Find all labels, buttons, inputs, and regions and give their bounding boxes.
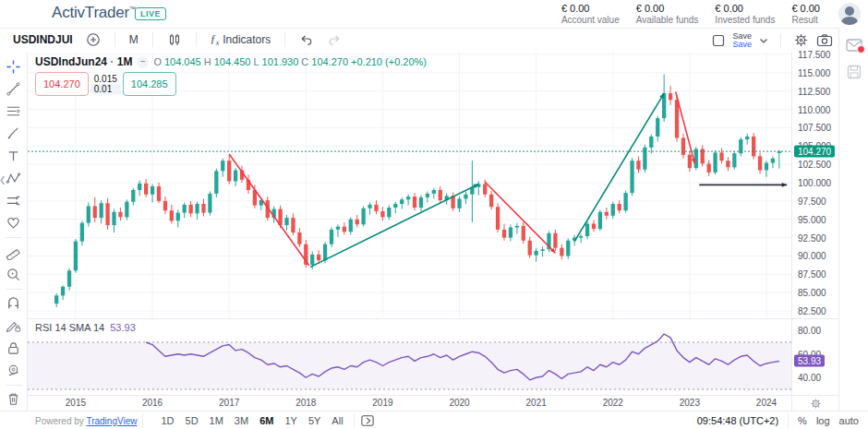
remove-drawings-button[interactable] bbox=[3, 388, 25, 411]
chart-toolbar: USDINDJUI M ƒx Indicators bbox=[0, 28, 838, 53]
redo-button[interactable] bbox=[323, 31, 345, 48]
range-button-1m[interactable]: 1M bbox=[205, 414, 228, 427]
range-button-1y[interactable]: 1Y bbox=[280, 414, 301, 427]
percent-scale-button[interactable]: % bbox=[798, 415, 807, 426]
current-price-tag: 104.270 bbox=[794, 146, 835, 158]
main-chart-pane[interactable]: USDIndJun24 · 1M − O104.045 H104.450 L10… bbox=[28, 52, 791, 318]
measure-tool-button[interactable] bbox=[3, 241, 25, 263]
favorites-tool-button[interactable] bbox=[3, 212, 25, 234]
crosshair-tool-button[interactable] bbox=[3, 55, 25, 77]
range-button-3m[interactable]: 3M bbox=[230, 414, 253, 427]
symbol-button[interactable]: USDINDJUI bbox=[9, 31, 77, 48]
time-axis-label: 2022 bbox=[603, 398, 623, 408]
horizontal-lines-icon bbox=[6, 103, 21, 119]
rsi-axis[interactable]: 80.0060.0040.0053.93 bbox=[791, 318, 839, 396]
go-to-date-icon[interactable] bbox=[360, 414, 375, 427]
legend-symbol[interactable]: USDIndJun24 · 1M bbox=[35, 55, 132, 68]
settings-gear-icon[interactable] bbox=[793, 32, 809, 48]
undo-icon bbox=[299, 33, 314, 46]
price-axis-label: 107.500 bbox=[798, 123, 831, 133]
range-selector: 1D5D1M3M6M1Y5YAll bbox=[156, 414, 347, 427]
trading-platform: ActivTrader™ LIVE € 0.00Account value€ 0… bbox=[0, 0, 868, 429]
powered-by: Powered by TradingView bbox=[35, 416, 137, 426]
panel-collapse-chevron[interactable]: ❮ bbox=[0, 175, 6, 185]
legend-ohlc: O104.045 H104.450 L101.930 C104.270 +0.2… bbox=[153, 56, 427, 67]
live-badge: LIVE bbox=[135, 7, 166, 20]
magnet-mode-button[interactable] bbox=[3, 292, 25, 315]
lock-drawings-button[interactable] bbox=[3, 337, 25, 359]
camera-snapshot-icon[interactable] bbox=[816, 33, 833, 47]
price-axis-label: 87.500 bbox=[798, 269, 826, 280]
account-stats: € 0.00Account value€ 0.00Available funds… bbox=[561, 3, 820, 25]
drawing-mode-lock-button[interactable] bbox=[3, 315, 25, 337]
range-button-all[interactable]: All bbox=[327, 414, 347, 427]
brush-tool-button[interactable] bbox=[3, 123, 25, 145]
axis-settings-corner bbox=[791, 395, 839, 411]
trade-widget: 104.270 0.015 0.01 104.285 bbox=[35, 72, 176, 96]
text-icon bbox=[6, 149, 21, 164]
account-stat: € 0.00Available funds bbox=[636, 3, 699, 25]
trendline-tool-button[interactable] bbox=[3, 77, 25, 100]
price-axis-label: 92.500 bbox=[798, 232, 826, 243]
buy-button[interactable]: 104.285 bbox=[123, 72, 176, 96]
time-axis-label: 2021 bbox=[526, 398, 547, 408]
brush-icon bbox=[6, 125, 21, 141]
time-axis-label: 2018 bbox=[295, 398, 316, 408]
auto-scale-button[interactable]: auto bbox=[839, 415, 859, 426]
price-axis-label: 85.000 bbox=[798, 288, 826, 298]
zoom-tool-button[interactable] bbox=[3, 263, 25, 285]
compare-add-button[interactable] bbox=[82, 30, 104, 49]
position-tool-button[interactable] bbox=[3, 190, 25, 212]
heart-icon bbox=[6, 215, 21, 231]
chevron-down-icon[interactable] bbox=[759, 37, 768, 44]
floppy-save-icon bbox=[847, 65, 862, 79]
time-axis-label: 2015 bbox=[66, 398, 86, 408]
clock[interactable]: 09:54:48 (UTC+2) bbox=[697, 415, 778, 426]
price-axis[interactable]: 117.500115.000112.500110.000107.500105.0… bbox=[791, 52, 839, 318]
price-axis-label: 102.500 bbox=[798, 160, 831, 170]
rsi-legend: RSI 14 SMA 1453.93 bbox=[35, 322, 136, 333]
account-stat: € 0.00Result bbox=[791, 3, 820, 25]
text-tool-button[interactable] bbox=[3, 145, 25, 167]
xabcd-pattern-icon bbox=[6, 171, 21, 186]
undo-button[interactable] bbox=[295, 31, 318, 48]
range-button-6m[interactable]: 6M bbox=[255, 414, 278, 427]
layout-square-icon[interactable] bbox=[712, 34, 725, 47]
rsi-value-tag: 53.93 bbox=[794, 355, 825, 367]
time-axis[interactable]: 2015201620172018201920202021202220232024 bbox=[28, 395, 791, 411]
price-axis-label: 110.000 bbox=[798, 104, 830, 114]
hide-drawings-button[interactable] bbox=[3, 359, 25, 381]
log-scale-button[interactable]: log bbox=[816, 415, 830, 426]
chart-style-button[interactable] bbox=[163, 30, 186, 49]
visibility-icon bbox=[6, 363, 21, 378]
spread-indicator: 0.015 0.01 bbox=[90, 72, 121, 96]
avatar-head-icon bbox=[845, 6, 854, 16]
ruler-icon bbox=[6, 244, 21, 260]
price-axis-label: 100.000 bbox=[798, 178, 831, 188]
magnifier-icon bbox=[6, 267, 21, 282]
save-button[interactable]: Save Save bbox=[732, 32, 752, 49]
collapse-legend-button[interactable]: − bbox=[137, 56, 149, 68]
saved-layouts-button[interactable] bbox=[847, 65, 862, 79]
long-short-position-icon bbox=[6, 193, 21, 209]
indicators-button[interactable]: ƒx Indicators bbox=[207, 30, 275, 49]
pencil-lock-icon bbox=[6, 317, 21, 333]
range-button-5y[interactable]: 5Y bbox=[304, 414, 325, 427]
rsi-chart[interactable] bbox=[28, 319, 791, 395]
time-axis-label: 2020 bbox=[449, 398, 469, 408]
messages-button[interactable] bbox=[846, 39, 862, 52]
drawing-toolbar bbox=[0, 52, 28, 411]
range-button-5d[interactable]: 5D bbox=[181, 414, 203, 427]
rsi-pane[interactable]: RSI 14 SMA 1453.93 bbox=[28, 318, 791, 396]
fib-lines-tool-button[interactable] bbox=[3, 101, 25, 123]
user-avatar[interactable] bbox=[838, 3, 861, 25]
interval-button[interactable]: M bbox=[126, 31, 142, 48]
axis-gear-icon[interactable] bbox=[810, 398, 822, 410]
account-stat: € 0.00Invested funds bbox=[715, 3, 775, 25]
magnet-icon bbox=[6, 295, 21, 311]
sell-button[interactable]: 104.270 bbox=[35, 72, 89, 96]
tradingview-link[interactable]: TradingView bbox=[86, 416, 137, 426]
range-button-1d[interactable]: 1D bbox=[156, 414, 178, 427]
price-axis-label: 97.500 bbox=[798, 196, 826, 206]
fx-icon: ƒx bbox=[211, 32, 220, 47]
